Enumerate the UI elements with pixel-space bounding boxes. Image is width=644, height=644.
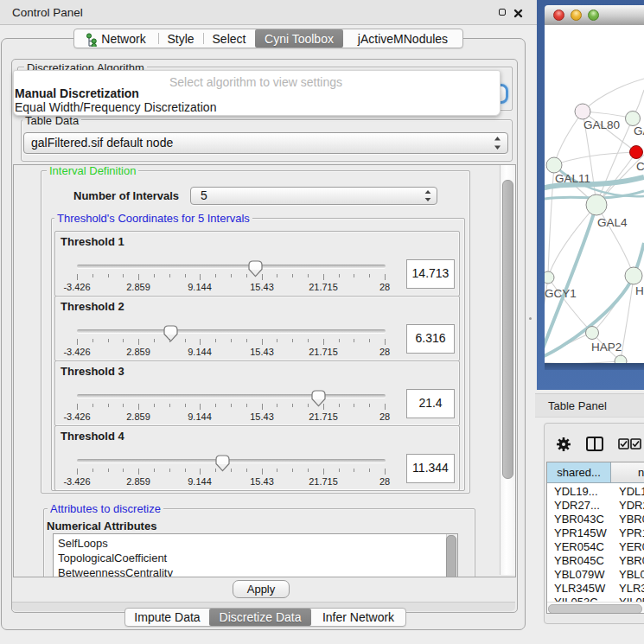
svg-text:H: H [635,284,644,297]
svg-text:GAL80: GAL80 [583,118,620,131]
svg-text:GCY1: GCY1 [545,287,577,300]
svg-text:HAP2: HAP2 [591,341,622,354]
svg-text:C: C [636,160,644,173]
svg-text:GA: GA [634,124,644,137]
svg-text:GAL11: GAL11 [555,172,590,185]
svg-text:GAL4: GAL4 [597,216,628,229]
